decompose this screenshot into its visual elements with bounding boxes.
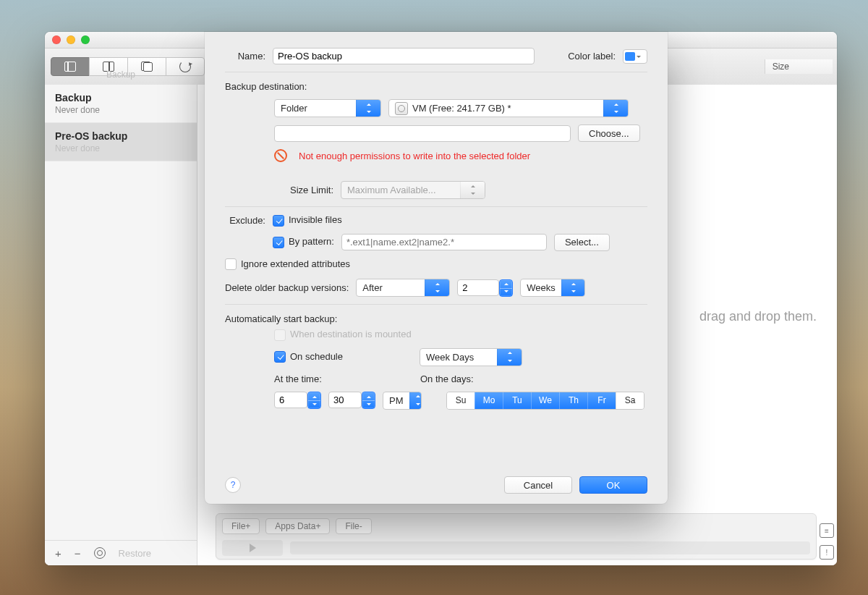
time-hour-field[interactable]	[274, 392, 307, 408]
view-panel-left-button[interactable]	[51, 57, 90, 76]
dest-path-field[interactable]	[274, 125, 571, 142]
add-button[interactable]: +	[55, 547, 61, 560]
forbidden-icon	[274, 149, 287, 162]
color-label-picker[interactable]	[623, 49, 647, 64]
day-th[interactable]: Th	[559, 392, 587, 409]
progress-bar	[290, 541, 810, 554]
settings-sheet: Name: Color label: Backup destination: F…	[205, 32, 668, 504]
on-days-label: On the days:	[420, 374, 474, 384]
at-time-label: At the time:	[274, 374, 413, 384]
sidebar-item-preos[interactable]: Pre-OS backup Never done	[45, 123, 197, 161]
size-limit-popup: Maximum Available...	[341, 181, 485, 199]
bottom-panel: File+ Apps Data+ File-	[216, 513, 817, 560]
color-swatch-icon	[625, 52, 635, 61]
when-mounted-checkbox: When destination is mounted	[274, 329, 412, 341]
panel-split-icon	[103, 62, 114, 72]
dest-volume-value: VM (Free: 241.77 GB) *	[412, 103, 511, 114]
ok-button[interactable]: OK	[579, 476, 647, 494]
exclude-pattern-checkbox[interactable]: By pattern:	[273, 236, 334, 248]
sidebar-item-title: Pre-OS backup	[55, 130, 187, 142]
exclude-label: Exclude:	[225, 215, 265, 226]
delete-count-stepper[interactable]	[499, 279, 513, 297]
name-field[interactable]	[273, 48, 535, 64]
close-icon[interactable]	[52, 35, 61, 44]
choose-button[interactable]: Choose...	[578, 125, 640, 142]
sidebar-item-subtitle: Never done	[55, 105, 187, 115]
zoom-icon[interactable]	[81, 35, 90, 44]
view-reload-button[interactable]	[166, 57, 205, 76]
sidebar-item-backup[interactable]: Backup Never done	[45, 85, 197, 123]
sidebar-item-subtitle: Never done	[55, 143, 187, 153]
size-limit-label: Size Limit:	[225, 185, 333, 195]
delete-mode-popup[interactable]: After	[356, 279, 450, 297]
color-label: Color label:	[568, 51, 616, 62]
drop-hint: drag and drop them.	[699, 309, 817, 324]
day-fr[interactable]: Fr	[587, 392, 616, 409]
notes-icon[interactable]: ≡	[820, 523, 834, 538]
dest-error-text: Not enough permissions to write into the…	[299, 151, 530, 161]
reload-icon	[179, 61, 191, 72]
dest-volume-popup[interactable]: VM (Free: 241.77 GB) *	[388, 99, 629, 117]
day-picker[interactable]: Su Mo Tu We Th Fr Sa	[446, 392, 644, 410]
restore-label: Restore	[119, 548, 152, 559]
play-icon	[250, 544, 256, 552]
delete-unit-value: Weeks	[521, 279, 561, 296]
delete-count-field[interactable]	[457, 279, 499, 296]
day-mo[interactable]: Mo	[475, 392, 503, 409]
pill-appsdata-plus[interactable]: Apps Data+	[265, 518, 330, 534]
sidebar-item-title: Backup	[55, 92, 187, 104]
ignore-ea-label: Ignore extended attributes	[241, 258, 350, 269]
column-size-header[interactable]: Size	[765, 59, 833, 74]
chevron-down-icon	[637, 56, 641, 60]
view-overlap-button[interactable]	[127, 57, 166, 76]
on-schedule-checkbox[interactable]: On schedule	[274, 351, 343, 363]
help-button[interactable]: ?	[225, 477, 241, 493]
sidebar-footer: + − Restore	[45, 540, 197, 565]
select-button[interactable]: Select...	[554, 234, 610, 251]
day-tu[interactable]: Tu	[503, 392, 531, 409]
remove-button[interactable]: −	[75, 547, 81, 560]
day-su[interactable]: Su	[447, 392, 475, 409]
when-mounted-label: When destination is mounted	[290, 329, 412, 339]
panel-left-icon	[64, 62, 76, 72]
auto-start-label: Automatically start backup:	[225, 313, 647, 324]
exclude-pattern-field[interactable]	[341, 234, 547, 250]
view-panel-split-button[interactable]	[89, 57, 128, 76]
dest-kind-value: Folder	[275, 100, 356, 117]
run-button[interactable]	[222, 540, 283, 556]
schedule-kind-popup[interactable]: Week Days	[420, 348, 522, 366]
exclude-pattern-label: By pattern:	[289, 236, 334, 247]
size-limit-value: Maximum Available...	[341, 182, 460, 198]
stack-icon	[141, 62, 153, 72]
time-ampm-popup[interactable]: PM	[383, 392, 422, 410]
pill-file-plus[interactable]: File+	[222, 518, 260, 534]
on-schedule-label: On schedule	[290, 351, 343, 362]
alert-icon[interactable]: !	[820, 545, 834, 560]
delete-mode-value: After	[357, 279, 425, 296]
exclude-invisible-label: Invisible files	[289, 214, 342, 225]
time-minute-field[interactable]	[328, 392, 362, 408]
cancel-button[interactable]: Cancel	[504, 476, 572, 494]
delete-unit-popup[interactable]: Weeks	[520, 279, 585, 297]
sidebar: Backup Never done Pre-OS backup Never do…	[45, 85, 197, 565]
day-we[interactable]: We	[531, 392, 559, 409]
exclude-invisible-checkbox[interactable]: Invisible files	[273, 214, 342, 227]
backup-dest-label: Backup destination:	[225, 81, 647, 92]
time-minute-stepper[interactable]	[362, 392, 375, 409]
time-ampm-value: PM	[383, 392, 409, 409]
time-hour-stepper[interactable]	[307, 392, 321, 409]
gear-icon[interactable]	[94, 547, 106, 559]
schedule-kind-value: Week Days	[420, 349, 497, 366]
dest-kind-popup[interactable]: Folder	[274, 99, 381, 117]
ignore-ea-checkbox[interactable]: Ignore extended attributes	[225, 258, 350, 271]
drive-icon	[395, 102, 408, 115]
name-label: Name:	[225, 51, 265, 62]
delete-versions-label: Delete older backup versions:	[225, 282, 349, 293]
day-sa[interactable]: Sa	[616, 392, 644, 409]
pill-file-minus[interactable]: File-	[336, 518, 371, 534]
minimize-icon[interactable]	[67, 35, 75, 44]
